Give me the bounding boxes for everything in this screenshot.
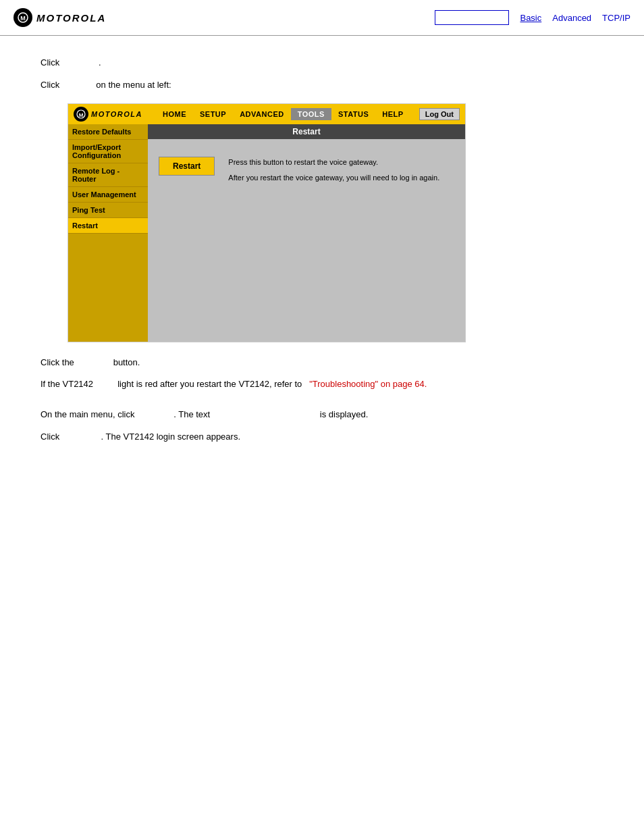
- text-middle: . The text: [173, 409, 210, 419]
- troubleshooting-link[interactable]: "Troubleshooting" on page 64.: [309, 379, 427, 389]
- device-nav-home[interactable]: HOME: [156, 108, 193, 120]
- device-nav-tools[interactable]: TOOLS: [291, 108, 331, 120]
- svg-text:M: M: [20, 15, 26, 22]
- light-red-text: light is red after you restart the VT214…: [117, 379, 302, 389]
- nav-search-input[interactable]: [435, 10, 509, 25]
- logo-area: M MOTOROLA: [14, 8, 106, 27]
- instruction-1-suffix: .: [99, 57, 101, 68]
- device-sidebar: Restore Defaults Import/Export Configura…: [68, 124, 148, 342]
- page-header: M MOTOROLA Basic Advanced TCP/IP: [0, 0, 644, 36]
- main-menu-instruction: On the main menu, click . The text is di…: [41, 408, 603, 422]
- panel-content: Restart Press this button to restart the…: [148, 139, 465, 301]
- device-nav-buttons: HOME SETUP ADVANCED TOOLS STATUS HELP: [156, 108, 410, 120]
- motorola-logo-icon: M: [14, 8, 32, 27]
- main-menu-prefix: On the main menu, click: [41, 409, 134, 419]
- if-vt2142-label: If the VT2142: [41, 379, 93, 389]
- sidebar-import-export[interactable]: Import/Export Configuration: [68, 140, 148, 163]
- panel-title: Restart: [148, 124, 465, 139]
- click-login-instruction: Click . The VT2142 login screen appears.: [41, 430, 603, 444]
- device-nav-help[interactable]: HELP: [375, 108, 410, 120]
- instruction-2-prefix: Click: [41, 80, 59, 90]
- nav-area: Basic Advanced TCP/IP: [435, 10, 630, 25]
- sidebar-restart[interactable]: Restart: [68, 218, 148, 234]
- troubleshoot-instruction: If the VT2142 light is red after you res…: [41, 377, 603, 392]
- login-screen-suffix: . The VT2142 login screen appears.: [101, 432, 240, 442]
- nav-link-advanced[interactable]: Advanced: [552, 13, 591, 23]
- sidebar-restore-defaults[interactable]: Restore Defaults: [68, 124, 148, 140]
- click-restart-instruction: Click the button.: [41, 356, 603, 370]
- sidebar-spacer: [68, 234, 148, 342]
- restart-button[interactable]: Restart: [159, 157, 215, 176]
- after-content: Click the button. If the VT2142 light is…: [41, 356, 603, 444]
- button-suffix: button.: [113, 357, 140, 367]
- nav-link-tcpip[interactable]: TCP/IP: [602, 13, 630, 23]
- instruction-line-1: Click .: [41, 56, 603, 70]
- device-header: M MOTOROLA HOME SETUP ADVANCED TOOLS STA…: [68, 104, 465, 124]
- instruction-line-2: Click on the menu at left:: [41, 78, 603, 93]
- device-body: Restore Defaults Import/Export Configura…: [68, 124, 465, 342]
- device-brand-text: MOTOROLA: [91, 110, 142, 118]
- sidebar-user-management[interactable]: User Management: [68, 187, 148, 203]
- panel-description: Press this button to restart the voice g…: [228, 157, 439, 184]
- device-nav-advanced[interactable]: ADVANCED: [233, 108, 291, 120]
- click-the-label: Click the: [41, 357, 74, 367]
- panel-text-line2: After you restart the voice gateway, you…: [228, 172, 439, 184]
- device-ui-screenshot: M MOTOROLA HOME SETUP ADVANCED TOOLS STA…: [68, 103, 466, 342]
- panel-text-line1: Press this button to restart the voice g…: [228, 157, 439, 169]
- instruction-2-suffix: on the menu at left:: [96, 80, 171, 90]
- device-logo-icon: M: [74, 107, 88, 122]
- main-content: Click . Click on the menu at left: M MOT…: [0, 36, 644, 473]
- instruction-1-prefix: Click: [41, 57, 59, 68]
- nav-link-basic[interactable]: Basic: [520, 13, 541, 23]
- sidebar-ping-test[interactable]: Ping Test: [68, 203, 148, 218]
- device-nav-setup[interactable]: SETUP: [193, 108, 233, 120]
- device-nav-status[interactable]: STATUS: [331, 108, 375, 120]
- motorola-brand-text: MOTOROLA: [36, 12, 106, 24]
- svg-text:M: M: [79, 112, 84, 118]
- sidebar-remote-log[interactable]: Remote Log - Router: [68, 163, 148, 187]
- device-main-panel: Restart Restart Press this button to res…: [148, 124, 465, 342]
- device-logout-button[interactable]: Log Out: [419, 108, 460, 120]
- click-login-prefix: Click: [41, 432, 59, 442]
- is-displayed-suffix: is displayed.: [320, 409, 369, 419]
